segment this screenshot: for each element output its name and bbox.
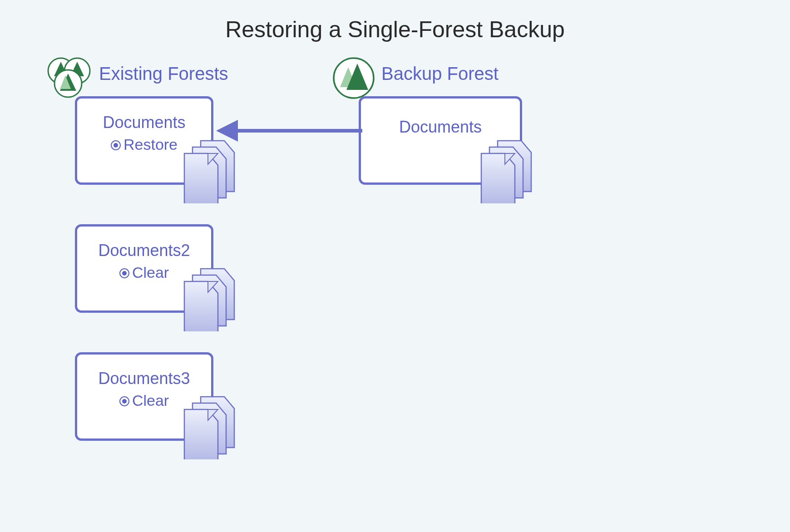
radio-label: Clear — [132, 264, 169, 281]
radio-label: Clear — [132, 392, 169, 409]
radio-dot-icon — [119, 396, 129, 406]
box-title: Documents2 — [77, 241, 211, 260]
radio-dot-icon — [119, 268, 129, 278]
radio-dot-icon — [111, 140, 121, 150]
radio-label: Restore — [123, 136, 178, 153]
forest-icon — [332, 56, 375, 102]
documents-icon — [180, 396, 239, 461]
restore-arrow-icon — [214, 117, 364, 146]
box-title: Documents — [361, 118, 520, 137]
box-title: Documents3 — [77, 369, 211, 388]
existing-forests-label: Existing Forests — [99, 64, 228, 84]
documents-icon — [477, 140, 536, 205]
forests-icon — [41, 55, 95, 103]
backup-forest-label: Backup Forest — [381, 64, 499, 84]
documents-icon — [180, 140, 239, 205]
svg-marker-11 — [216, 120, 238, 142]
diagram-title: Restoring a Single-Forest Backup — [0, 16, 790, 43]
documents-icon — [180, 268, 239, 333]
diagram-canvas: Restoring a Single-Forest Backup Existin… — [0, 0, 790, 532]
box-title: Documents — [77, 113, 211, 132]
